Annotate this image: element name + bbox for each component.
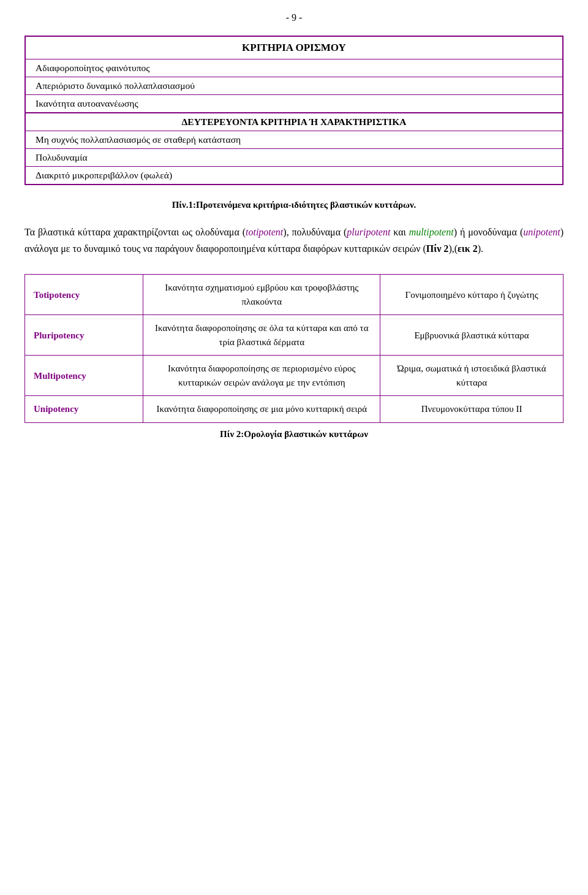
criteria-row-6: Διακριτό μικροπεριβάλλον (φωλεά) — [26, 167, 562, 184]
criteria-box-title: ΚΡΙΤΗΡΙΑ ΟΡΙΣΜΟΥ — [26, 37, 562, 59]
term-cell-pluripotency: Pluripotency — [25, 315, 143, 356]
table-ref: Πίν 2 — [426, 243, 449, 254]
result-cell-multipotency: Ώριμα, σωματικά ή ιστοειδικά βλαστικά κύ… — [380, 356, 564, 396]
criteria-row-2: Απεριόριστο δυναμικό πολλαπλασιασμού — [26, 77, 562, 95]
result-cell-pluripotency: Εμβρυονικά βλαστικά κύτταρα — [380, 315, 564, 356]
criteria-row-1: Αδιαφοροποίητος φαινότυπος — [26, 59, 562, 77]
fig-ref: εικ 2 — [458, 243, 478, 254]
result-cell-unipotency: Πνευμονοκύτταρα τύπου ΙΙ — [380, 396, 564, 423]
term-unipotent: unipotent — [523, 227, 560, 237]
page-number: - 9 - — [24, 12, 564, 23]
term-pluripotent: pluripotent — [347, 227, 390, 237]
desc-cell-unipotency: Ικανότητα διαφοροποίησης σε μια μόνο κυτ… — [143, 396, 380, 423]
criteria-row-4: Μη συχνός πολλαπλασιασμός σε σταθερή κατ… — [26, 131, 562, 149]
criteria-row-3: Ικανότητα αυτοανανέωσης — [26, 95, 562, 113]
figure1-caption: Πίν.1:Προτεινόμενα κριτήρια-ιδιότητες βλ… — [24, 200, 564, 210]
figure1-caption-rest: Προτεινόμενα κριτήρια-ιδιότητες βλαστικώ… — [196, 200, 416, 210]
main-paragraph: Τα βλαστικά κύτταρα χαρακτηρίζονται ως ο… — [24, 224, 564, 257]
term-cell-unipotency: Unipotency — [25, 396, 143, 423]
criteria-box: ΚΡΙΤΗΡΙΑ ΟΡΙΣΜΟΥ Αδιαφοροποίητος φαινότυ… — [24, 36, 564, 185]
figure1-caption-bold: Πίν.1: — [172, 200, 196, 210]
criteria-row-5: Πολυδυναμία — [26, 149, 562, 167]
table-row-totipotency: Totipotency Ικανότητα σχηματισμού εμβρύο… — [25, 275, 564, 315]
table2-caption-rest: Ορολογία βλαστικών κυττάρων — [244, 429, 368, 439]
table-row-multipotency: Multipotency Ικανότητα διαφοροποίησης σε… — [25, 356, 564, 396]
desc-cell-multipotency: Ικανότητα διαφοροποίησης σε περιορισμένο… — [143, 356, 380, 396]
potency-table: Totipotency Ικανότητα σχηματισμού εμβρύο… — [24, 274, 564, 423]
term-multipotent: multipotent — [409, 227, 454, 237]
table2-caption-bold: Πίν 2: — [220, 429, 244, 439]
criteria-secondary-title: ΔΕΥΤΕΡΕΥΟΝΤΑ ΚΡΙΤΗΡΙΑ Ή ΧΑΡΑΚΤΗΡΙΣΤΙΚΑ — [26, 113, 562, 131]
desc-cell-totipotency: Ικανότητα σχηματισμού εμβρύου και τροφοβ… — [143, 275, 380, 315]
table2-caption: Πίν 2:Ορολογία βλαστικών κυττάρων — [24, 429, 564, 440]
result-cell-totipotency: Γονιμοποιημένο κύτταρο ή ζυγώτης — [380, 275, 564, 315]
term-totipotent: totipotent — [246, 227, 283, 237]
desc-cell-pluripotency: Ικανότητα διαφοροποίησης σε όλα τα κύττα… — [143, 315, 380, 356]
term-cell-totipotency: Totipotency — [25, 275, 143, 315]
term-cell-multipotency: Multipotency — [25, 356, 143, 396]
table-row-unipotency: Unipotency Ικανότητα διαφοροποίησης σε μ… — [25, 396, 564, 423]
table-row-pluripotency: Pluripotency Ικανότητα διαφοροποίησης σε… — [25, 315, 564, 356]
